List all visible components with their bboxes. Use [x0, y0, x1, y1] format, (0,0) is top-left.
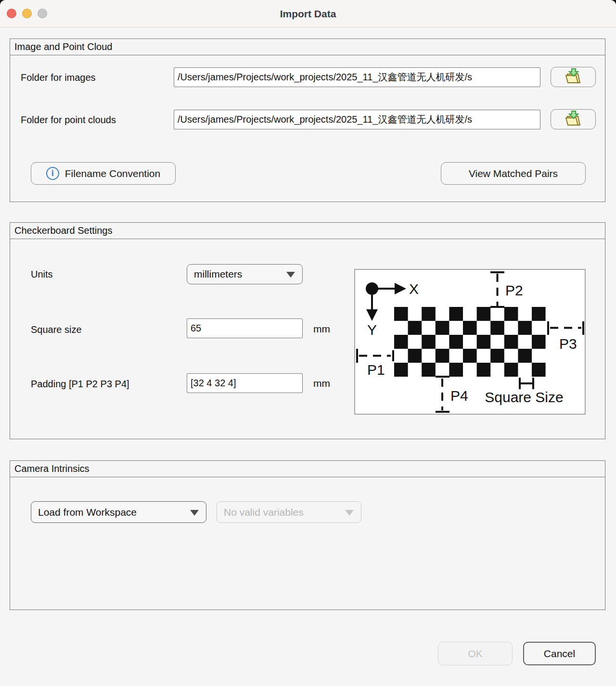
units-value: millimeters [194, 268, 242, 280]
group-title-camera-intrinsics: Camera Intrinsics [10, 461, 605, 477]
p1-label: P1 [367, 362, 385, 378]
group-title-image-point-cloud: Image and Point Cloud [10, 39, 605, 55]
cancel-button[interactable]: Cancel [523, 642, 596, 665]
view-matched-pairs-button[interactable]: View Matched Pairs [441, 162, 586, 185]
group-image-point-cloud: Image and Point Cloud Folder for images … [10, 38, 605, 202]
info-icon: i [46, 167, 59, 180]
browse-pointclouds-button[interactable] [551, 109, 596, 129]
intrinsics-variable-dropdown: No valid variables [217, 501, 361, 523]
x-axis-arrow [395, 283, 406, 294]
filename-convention-label: Filename Convention [65, 168, 160, 179]
p4-label: P4 [450, 388, 468, 404]
filename-convention-button[interactable]: i Filename Convention [31, 162, 176, 185]
folder-pointclouds-input[interactable] [174, 110, 540, 129]
chevron-down-icon [286, 272, 295, 278]
window-title: Import Data [0, 0, 616, 27]
square-size-diagram-label: Square Size [485, 389, 563, 405]
open-folder-icon [563, 67, 583, 87]
square-size-input[interactable] [187, 318, 303, 338]
units-label: Units [31, 268, 53, 280]
padding-unit: mm [313, 378, 330, 389]
ok-button: OK [438, 642, 513, 665]
intrinsics-source-dropdown[interactable]: Load from Workspace [31, 501, 206, 523]
chevron-down-icon [345, 510, 354, 516]
import-data-dialog: Import Data Image and Point Cloud Folder… [0, 0, 616, 686]
padding-label: Padding [P1 P2 P3 P4] [31, 378, 129, 390]
p3-label: P3 [559, 336, 577, 352]
group-camera-intrinsics: Camera Intrinsics Load from Workspace No… [10, 460, 605, 610]
square-size-unit: mm [313, 323, 330, 335]
group-title-checkerboard-settings: Checkerboard Settings [10, 223, 605, 239]
intrinsics-source-value: Load from Workspace [38, 507, 137, 518]
x-axis-label: X [409, 281, 419, 297]
padding-input[interactable] [187, 373, 303, 393]
y-axis-arrow [366, 309, 378, 321]
titlebar: Import Data [0, 0, 616, 27]
folder-images-label: Folder for images [21, 71, 96, 84]
y-axis-label: Y [367, 322, 377, 338]
checkerboard-squares [394, 307, 546, 377]
checkerboard-diagram-svg: X Y P2 P3 P1 [355, 270, 585, 414]
units-dropdown[interactable]: millimeters [187, 264, 303, 284]
intrinsics-variable-value: No valid variables [224, 507, 304, 518]
checkerboard-diagram: X Y P2 P3 P1 [354, 269, 586, 415]
chevron-down-icon [190, 510, 199, 516]
folder-pointclouds-label: Folder for point clouds [21, 114, 116, 126]
view-matched-pairs-label: View Matched Pairs [469, 168, 558, 179]
group-checkerboard-settings: Checkerboard Settings Units millimeters … [10, 222, 605, 439]
open-folder-icon [563, 110, 583, 129]
p2-label: P2 [505, 282, 523, 298]
browse-images-button[interactable] [551, 67, 596, 87]
folder-images-input[interactable] [174, 67, 540, 87]
square-size-label: Square size [31, 323, 82, 336]
